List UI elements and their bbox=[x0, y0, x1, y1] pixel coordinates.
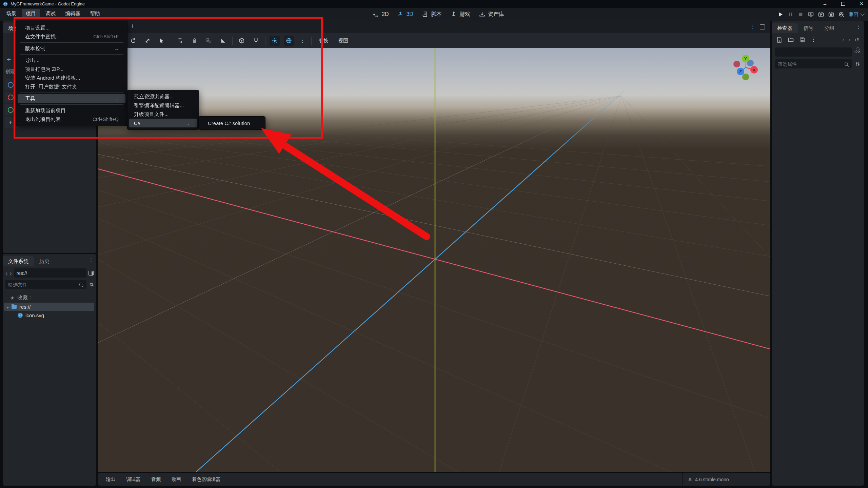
tab-assetlib[interactable]: 资产库 bbox=[479, 11, 504, 18]
scale-mode-button[interactable] bbox=[142, 36, 153, 46]
history-back-button[interactable] bbox=[842, 36, 844, 43]
close-icon bbox=[860, 0, 864, 7]
preview-environment-toggle[interactable] bbox=[284, 36, 294, 46]
rotate-mode-button[interactable] bbox=[128, 36, 138, 46]
nav-back-button[interactable] bbox=[5, 269, 7, 277]
save-resource-button[interactable] bbox=[800, 37, 805, 43]
edit-history-button[interactable] bbox=[855, 37, 859, 43]
axis-gizmo[interactable]: Y X Z bbox=[730, 52, 761, 83]
play-current-scene-button[interactable] bbox=[818, 12, 824, 17]
file-filter-input[interactable] bbox=[5, 282, 79, 287]
preview-sunlight-toggle[interactable] bbox=[270, 36, 280, 46]
menu-item-export[interactable]: 导出... bbox=[18, 56, 125, 65]
open-docs-button[interactable]: DOC bbox=[854, 47, 861, 54]
history-forward-button[interactable] bbox=[848, 36, 850, 43]
tab-script[interactable]: 脚本 bbox=[422, 11, 442, 18]
menu-item-project-settings[interactable]: 项目设置... bbox=[18, 23, 125, 32]
viewport-extra-menu-button[interactable] bbox=[750, 24, 755, 30]
view-menu[interactable]: 视图 bbox=[335, 38, 351, 44]
add-node-icon[interactable] bbox=[7, 56, 11, 64]
minimize-button[interactable] bbox=[820, 0, 830, 7]
stop-button[interactable] bbox=[798, 12, 804, 17]
select-mode-button[interactable] bbox=[157, 36, 167, 46]
gizmo-neg-x[interactable] bbox=[733, 61, 740, 67]
play-scene-button[interactable] bbox=[808, 12, 814, 17]
path-bar[interactable] bbox=[14, 268, 86, 278]
sort-files-icon[interactable] bbox=[89, 282, 94, 288]
tab-inspector[interactable]: 检查器 bbox=[772, 23, 798, 33]
tab-animation[interactable]: 动画 bbox=[166, 473, 186, 486]
tree-row-icon-svg[interactable]: icon.svg bbox=[18, 311, 44, 319]
tab-audio[interactable]: 音频 bbox=[146, 473, 166, 486]
movie-maker-button[interactable] bbox=[839, 12, 844, 17]
menu-project[interactable]: 项目 bbox=[22, 9, 40, 18]
tab-history[interactable]: 历史 bbox=[34, 256, 55, 266]
tab-2d[interactable]: 2D bbox=[373, 11, 389, 17]
menu-item-tools[interactable]: 工具 bbox=[18, 94, 125, 103]
resource-options-button[interactable] bbox=[811, 37, 816, 43]
tab-3d[interactable]: 3D bbox=[397, 11, 413, 17]
tree-row-res-root[interactable]: res:// bbox=[4, 303, 94, 311]
menu-scene[interactable]: 场景 bbox=[2, 9, 20, 18]
menu-item-open-user-data[interactable]: 打开 “用户数据” 文件夹 bbox=[18, 82, 125, 91]
property-filter-bar[interactable] bbox=[775, 59, 852, 68]
property-tools-icon[interactable] bbox=[855, 61, 860, 66]
local-space-button[interactable] bbox=[237, 36, 247, 46]
menu-help[interactable]: 帮助 bbox=[86, 9, 104, 18]
menu-editor[interactable]: 编辑器 bbox=[61, 9, 84, 18]
play-custom-scene-button[interactable] bbox=[828, 12, 834, 17]
transform-menu[interactable]: 变换 bbox=[316, 38, 331, 44]
snap-button[interactable] bbox=[251, 36, 261, 46]
split-dock-icon[interactable] bbox=[88, 271, 94, 276]
minimize-icon bbox=[824, 1, 826, 7]
lock-button[interactable] bbox=[190, 36, 200, 46]
path-input[interactable] bbox=[14, 270, 86, 276]
collapse-icon[interactable] bbox=[7, 304, 9, 310]
fullscreen-icon[interactable] bbox=[760, 24, 765, 29]
list-select-button[interactable] bbox=[175, 36, 185, 46]
preview-options-button[interactable] bbox=[298, 36, 307, 46]
inspector-menu-button[interactable] bbox=[856, 24, 861, 30]
menu-item-create-csharp-solution[interactable]: Create C# solution bbox=[200, 119, 263, 127]
script-icon bbox=[422, 11, 428, 17]
tab-groups[interactable]: 分组 bbox=[819, 23, 840, 33]
close-button[interactable] bbox=[856, 0, 867, 7]
tree-guide-line bbox=[13, 307, 13, 315]
gizmo-neg-y[interactable] bbox=[742, 74, 749, 80]
menu-item-install-android-template[interactable]: 安装 Android 构建模板... bbox=[18, 74, 125, 82]
toolbar-separator bbox=[265, 37, 265, 45]
menu-item-find-in-files[interactable]: 在文件中查找...Ctrl+Shift+F bbox=[18, 32, 125, 41]
tab-output[interactable]: 输出 bbox=[100, 473, 121, 486]
tab-debugger[interactable]: 调试器 bbox=[121, 473, 146, 486]
tab-filesystem[interactable]: 文件系统 bbox=[3, 256, 34, 266]
play-button[interactable] bbox=[777, 12, 783, 17]
menu-item-csharp[interactable]: C# bbox=[129, 119, 197, 127]
group-button[interactable] bbox=[204, 36, 214, 46]
menu-debug[interactable]: 调试 bbox=[41, 9, 60, 18]
menu-item-orphan-resource-explorer[interactable]: 孤立资源浏览器... bbox=[129, 92, 197, 101]
new-scene-tab-button[interactable] bbox=[131, 22, 135, 30]
x-axis-line bbox=[98, 169, 770, 349]
menu-item-reload-project[interactable]: 重新加载当前项目 bbox=[18, 106, 125, 115]
property-filter-input[interactable] bbox=[775, 61, 845, 67]
nav-forward-button[interactable] bbox=[9, 269, 12, 277]
renderer-dropdown[interactable]: 兼容 bbox=[849, 11, 864, 18]
3d-icon bbox=[397, 11, 403, 17]
tab-game[interactable]: 游戏 bbox=[451, 11, 470, 18]
restore-button[interactable] bbox=[838, 0, 848, 7]
new-resource-button[interactable] bbox=[776, 37, 782, 43]
menu-item-upgrade-project-files[interactable]: 升级项目文件... bbox=[129, 110, 197, 119]
tab-signals[interactable]: 信号 bbox=[798, 23, 819, 33]
load-resource-button[interactable] bbox=[788, 37, 794, 43]
menu-item-engine-compile-config[interactable]: 引擎编译配置编辑器... bbox=[129, 101, 197, 110]
cursor-icon bbox=[159, 38, 165, 44]
pause-button[interactable] bbox=[788, 12, 793, 17]
tab-shader-editor[interactable]: 着色器编辑器 bbox=[186, 473, 226, 486]
filesystem-menu-button[interactable] bbox=[88, 257, 94, 263]
menu-item-version-control[interactable]: 版本控制 bbox=[18, 44, 125, 53]
menu-item-pack-zip[interactable]: 项目打包为 ZIP... bbox=[18, 65, 125, 74]
file-filter-bar[interactable] bbox=[5, 280, 86, 289]
notification-bell-icon[interactable] bbox=[688, 477, 692, 482]
ruler-mode-button[interactable] bbox=[218, 36, 228, 46]
menu-item-quit-to-project-list[interactable]: 退出到项目列表Ctrl+Shift+Q bbox=[18, 115, 125, 124]
